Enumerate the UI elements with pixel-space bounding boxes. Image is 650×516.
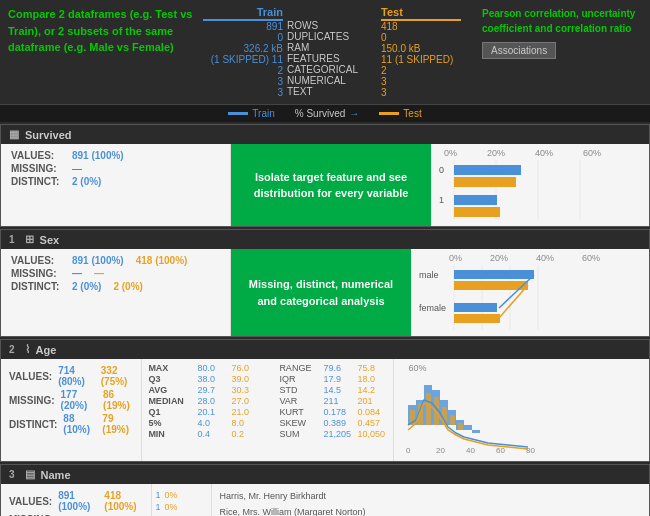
pct-survived-label: % Survived <box>295 108 346 119</box>
pct-survived-legend: % Survived → <box>295 108 360 119</box>
name-stats: VALUES: 891 (100%) 418 (100%) MISSING: —… <box>1 484 152 516</box>
name-header: 3 ▤ Name <box>1 465 649 484</box>
name-counts: 1 0% 1 0% 1 0% 1 0% <box>152 484 212 516</box>
s5-orange: 8.0 <box>231 418 261 428</box>
min-label: MIN <box>148 429 193 439</box>
svg-rect-16 <box>454 303 497 312</box>
survived-values-blue: 891 (100%) <box>72 150 124 161</box>
name-list: Harris, Mr. Henry Birkhardt Rice, Mrs. W… <box>212 484 650 516</box>
sex-distinct-blue: 2 (0%) <box>72 281 101 292</box>
var-orange: 201 <box>357 396 387 406</box>
age-icon: ⌇ <box>25 343 30 356</box>
test-features: 11 (1 SKIPPED) <box>381 54 453 65</box>
survived-annotation: Isolate target feature and see distribut… <box>231 144 431 226</box>
test-header-label: Test <box>381 6 461 21</box>
q3-orange: 39.0 <box>231 374 261 384</box>
name-number: 3 <box>9 469 15 480</box>
q1-label: Q1 <box>148 407 193 417</box>
sex-values-blue: 891 (100%) <box>72 255 124 266</box>
var-label: VAR <box>279 396 319 406</box>
test-legend-line <box>379 112 399 115</box>
var-blue: 211 <box>323 396 353 406</box>
sum-orange: 10,050 <box>357 429 387 439</box>
pearson-text: Pearson correlation, uncertainty coeffic… <box>482 6 642 36</box>
survived-icon: ▦ <box>9 128 19 141</box>
survived-title: Survived <box>25 129 71 141</box>
train-rows: 891 <box>266 21 283 32</box>
max-blue: 80.0 <box>197 363 227 373</box>
test-rows: 418 <box>381 21 398 32</box>
svg-text:20: 20 <box>436 446 445 455</box>
sex-values-orange: 418 (100%) <box>136 255 188 266</box>
age-chart: 0 20 40 60 80 <box>398 375 573 455</box>
name-section: 3 ▤ Name VALUES: 891 (100%) 418 (100%) M… <box>0 464 650 516</box>
kurt-orange: 0.084 <box>357 407 387 417</box>
age-numerical-stats: MAX 80.0 76.0 RANGE 79.6 75.8 Q3 38.0 39… <box>142 359 394 461</box>
name-content: VALUES: 891 (100%) 418 (100%) MISSING: —… <box>1 484 649 516</box>
svg-text:0: 0 <box>406 446 411 455</box>
age-missing-label: MISSING: <box>9 395 55 406</box>
skew-orange: 0.457 <box>357 418 387 428</box>
missing-label: MISSING: <box>11 163 66 174</box>
svg-rect-15 <box>454 281 528 290</box>
train-legend: Train <box>228 108 274 119</box>
survived-axis-labels: 0% 20% 40% 60% <box>439 148 641 158</box>
q1-blue: 20.1 <box>197 407 227 417</box>
sex-missing-blue: — <box>72 268 82 279</box>
svg-rect-6 <box>454 195 497 205</box>
median-orange: 27.0 <box>231 396 261 406</box>
iqr-label: IQR <box>279 374 319 384</box>
age-section: 2 ⌇ Age VALUES: 714 (80%) 332 (75%) MISS… <box>0 339 650 462</box>
age-distinct-orange: 79 (19%) <box>102 413 133 435</box>
std-blue: 14.5 <box>323 385 353 395</box>
min-blue: 0.4 <box>197 429 227 439</box>
distinct-label: DISTINCT: <box>11 176 66 187</box>
pct-1: 0% <box>165 490 178 500</box>
test-ram: 150.0 kB <box>381 43 420 54</box>
q3-blue: 38.0 <box>197 374 227 384</box>
age-missing-blue: 177 (20%) <box>61 389 95 411</box>
age-header: 2 ⌇ Age <box>1 340 649 359</box>
survived-chart-area: 0% 20% 40% 60% <box>431 144 649 226</box>
stat-label-feat: FEATURES <box>287 53 377 64</box>
age-values-label: VALUES: <box>9 371 52 382</box>
age-values-blue: 714 (80%) <box>58 365 91 387</box>
svg-rect-36 <box>450 415 455 425</box>
sex-number: 1 <box>9 234 15 245</box>
stat-label-cat: CATEGORICAL <box>287 64 377 75</box>
svg-text:40: 40 <box>466 446 475 455</box>
median-blue: 28.0 <box>197 396 227 406</box>
s5-blue: 4.0 <box>197 418 227 428</box>
survived-section: ▦ Survived VALUES: 891 (100%) MISSING: —… <box>0 124 650 227</box>
age-distinct-blue: 88 (10%) <box>63 413 94 435</box>
range-orange: 75.8 <box>357 363 387 373</box>
survived-stats: VALUES: 891 (100%) MISSING: — DISTINCT: … <box>1 144 231 226</box>
main-container: Compare 2 dataframes (e.g. Test vs Train… <box>0 0 650 516</box>
svg-text:60: 60 <box>496 446 505 455</box>
std-label: STD <box>279 385 319 395</box>
name-item-0: Harris, Mr. Henry Birkhardt <box>220 488 642 504</box>
svg-rect-29 <box>464 425 472 430</box>
svg-text:80: 80 <box>526 446 535 455</box>
age-axis-label: 60% <box>398 363 645 373</box>
age-missing-orange: 86 (19%) <box>103 389 133 411</box>
train-legend-label: Train <box>252 108 274 119</box>
survived-content: VALUES: 891 (100%) MISSING: — DISTINCT: … <box>1 144 649 226</box>
train-text: 3 <box>277 87 283 98</box>
q3-label: Q3 <box>148 374 193 384</box>
name-values-label: VALUES: <box>9 496 52 507</box>
stat-label-ram: RAM <box>287 42 377 53</box>
avg-orange: 30.3 <box>231 385 261 395</box>
sex-missing-orange: — <box>94 268 104 279</box>
sex-header: 1 ⊞ Sex <box>1 230 649 249</box>
iqr-orange: 18.0 <box>357 374 387 384</box>
name-values-blue: 891 (100%) <box>58 490 96 512</box>
max-orange: 76.0 <box>231 363 261 373</box>
min-orange: 0.2 <box>231 429 261 439</box>
kurt-blue: 0.178 <box>323 407 353 417</box>
pct-2: 0% <box>165 502 178 512</box>
svg-text:0: 0 <box>439 165 444 175</box>
associations-button[interactable]: Associations <box>482 42 556 59</box>
avg-label: AVG <box>148 385 193 395</box>
svg-rect-17 <box>454 314 500 323</box>
